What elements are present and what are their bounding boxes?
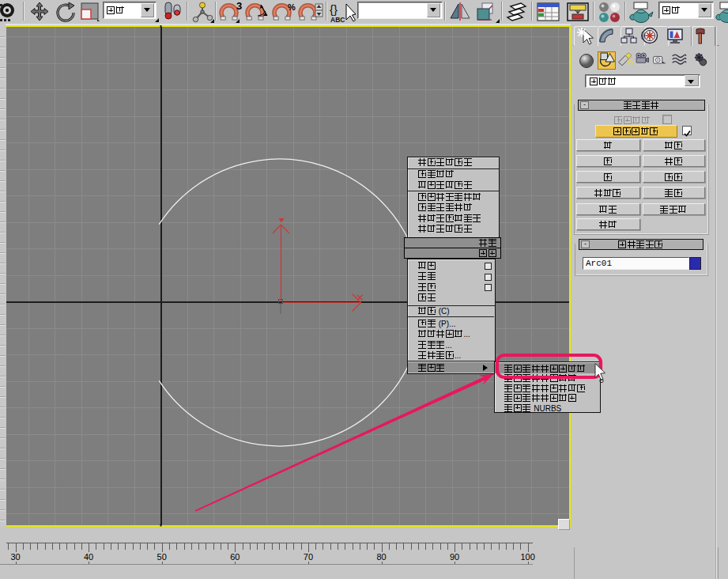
svg-text:3: 3 xyxy=(236,2,242,12)
svg-text:%: % xyxy=(288,2,296,12)
svg-text:ABC: ABC xyxy=(330,16,345,24)
svg-text:{}: {} xyxy=(330,2,338,16)
